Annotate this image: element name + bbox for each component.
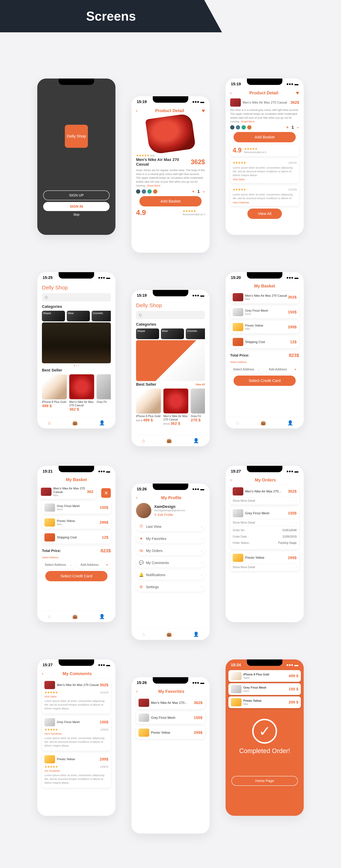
color-selector[interactable] (230, 125, 251, 129)
view-all-button[interactable]: View All (247, 209, 282, 219)
heart-icon: ♥ (139, 536, 144, 541)
nav-home-icon[interactable]: ⌂ (48, 420, 51, 426)
nav-profile-icon[interactable]: 👤 (99, 420, 105, 426)
hero-banner[interactable] (42, 322, 111, 363)
show-more-link[interactable]: Show More Detail› (232, 499, 297, 502)
heart-icon[interactable]: ♥ (296, 90, 299, 96)
screen-auth: Delly Shop SIGN UP SIGN IN Skip (37, 79, 116, 235)
basket-item[interactable]: Men's Nike Air Max 270 CasualNike362$ (230, 291, 299, 303)
fav-item[interactable]: Men's Nike Air Max 270...362$ (136, 696, 205, 709)
delete-button[interactable]: ✕ (101, 488, 111, 498)
bag-icon: 🛍 (139, 549, 144, 553)
product-description: Asian Shoes are for regular comfort wear… (136, 168, 205, 187)
screen-orders: 15:27●●● ▬ ‹My Orders Men's Nike Air Max… (225, 466, 304, 622)
select-card-button[interactable]: Select Credit Card (234, 376, 296, 386)
profile-name: XamDesign (154, 504, 205, 509)
screen-product-detail-reviews: 15:19●●● ▬ ‹Product Detail♥ Men's Nike A… (225, 79, 304, 235)
edit-profile-link[interactable]: ✎ Edit Profile (154, 513, 205, 517)
menu-comments[interactable]: 💬My Comments› (136, 558, 205, 567)
screen-home-alt: 15:19●●● ▬ Delly Shop Q Categories Shapa… (131, 290, 210, 446)
color-selector[interactable] (136, 189, 157, 194)
screen-basket-swipe: 15:21●●● ▬ My Basket Men's Nike Air Max … (37, 466, 116, 622)
menu-favorites[interactable]: ♥My Favorites› (136, 534, 205, 544)
menu-notifications[interactable]: 🔔Notifications› (136, 570, 205, 580)
product-card[interactable]: Grey Fir (97, 374, 111, 412)
header-ribbon: Screens (0, 0, 222, 32)
completed-title: Completed Order! (225, 747, 304, 755)
screen-home: 15:25●●● ▬ Delly Shop Q Categories Shapa… (37, 272, 116, 429)
select-address[interactable]: Select Address⌄ (230, 365, 264, 373)
bell-icon: 🔔 (139, 572, 144, 577)
gear-icon: ⚙ (139, 585, 144, 589)
add-basket-button[interactable]: Add Basket (140, 196, 202, 207)
review-item: ★★★★★12/1/19 Lorem ipsum dolor sit amet,… (230, 159, 299, 183)
screen-profile: 15:26●●● ▬ ‹My Profile XamDesignXamAppDe… (131, 484, 210, 640)
view-all-link[interactable]: View All (195, 383, 205, 386)
add-address[interactable]: Add Address+ (266, 365, 299, 373)
avatar (136, 503, 151, 518)
screen-favorites: 15:26●●● ▬ ‹My Favorites Men's Nike Air … (131, 677, 210, 834)
check-icon: ✓ (252, 719, 277, 744)
search-input[interactable]: Q (42, 293, 111, 302)
profile-email: XamAppDesign@gmail.com (154, 509, 205, 512)
read-more-link[interactable]: Read More (147, 184, 160, 187)
nav-bag-icon[interactable]: 👜 (72, 420, 78, 426)
chat-icon: 💬 (139, 560, 144, 565)
screen-comments: 15:27●●● ▬ ‹My Comments Men's Nike Air M… (37, 659, 116, 816)
screen-product-detail: 15:19●●● ▬ ‹Product Detail♥ ★★★★★ (4.9) … (131, 96, 210, 253)
home-page-button[interactable]: Home Page (231, 776, 298, 786)
signin-button[interactable]: SIGN IN (43, 202, 110, 211)
menu-settings[interactable]: ⚙Settings› (136, 582, 205, 592)
shipping-icon (232, 338, 243, 346)
screen-basket: 15:20●●● ▬ My Basket Men's Nike Air Max … (225, 272, 304, 429)
hero-banner[interactable] (136, 340, 205, 381)
rating-stars: ★★★★★ (4.9) (136, 154, 154, 157)
heart-icon[interactable]: ♥ (202, 107, 205, 114)
skip-link[interactable]: Skip (37, 213, 116, 217)
search-input[interactable]: Q (136, 311, 205, 319)
signup-button[interactable]: SIGN UP (43, 190, 110, 200)
screen-completed: 15:24●●● ▬ iPhone 8 Plus GoldApple499 $ … (225, 659, 304, 816)
clock-icon: ⏱ (139, 524, 144, 529)
bottom-nav: ⌂👜👤 (37, 417, 116, 429)
product-hero-image (145, 113, 196, 155)
brand-title: Delly Shop (42, 283, 111, 293)
product-name: Men's Nike Air Max 270 Casual (136, 157, 191, 167)
quantity-stepper[interactable]: +1– (286, 125, 299, 130)
app-logo: Delly Shop (65, 125, 88, 148)
menu-orders[interactable]: 🛍My Orders› (136, 546, 205, 556)
review-item: ★★★★★11/1/19 Lorem ipsum dolor sit amet,… (230, 185, 299, 206)
product-card[interactable]: iPhone 8 Plus Gold499 $ (42, 374, 67, 412)
menu-last-view[interactable]: ⏱Last View› (136, 522, 205, 531)
add-basket-button[interactable]: Add Basket (234, 132, 296, 142)
product-card[interactable]: Men's Nike Air Max 270 Casual362 $ (69, 374, 94, 412)
page-title: Product Detail (137, 108, 202, 113)
product-thumb (230, 98, 241, 106)
back-icon[interactable]: ‹ (136, 108, 137, 114)
rating-score: 4.9 (136, 209, 146, 217)
product-price: 362$ (191, 158, 205, 166)
back-icon[interactable]: ‹ (230, 90, 232, 96)
category-card[interactable]: Shapat (42, 311, 65, 321)
quantity-stepper[interactable]: +1– (192, 189, 205, 194)
status-icons: ●●● ▬ (192, 99, 204, 104)
